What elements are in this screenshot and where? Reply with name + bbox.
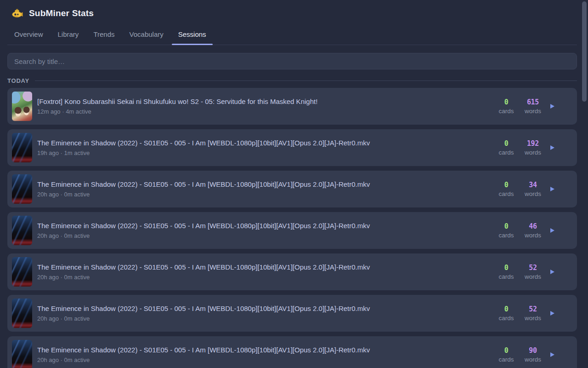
tab-sessions[interactable]: Sessions [172,27,213,45]
app-title: SubMiner Stats [29,8,94,18]
session-meta: 20h ago · 0m active [37,315,490,322]
play-icon [550,145,554,150]
session-card[interactable]: The Eminence in Shadow (2022) - S01E05 -… [7,129,577,166]
words-count: 46 [524,222,542,230]
session-meta: 12m ago · 4m active [37,108,490,115]
words-label: words [524,273,542,280]
session-meta: 20h ago · 0m active [37,232,490,239]
session-stats: 0 cards 46 words [497,222,577,239]
play-button[interactable] [548,102,556,110]
session-meta: 20h ago · 0m active [37,356,490,363]
session-meta: 19h ago · 1m active [37,150,490,156]
section-label: TODAY [7,77,29,84]
cards-label: cards [497,149,515,156]
section-divider [35,80,577,81]
play-icon [550,352,554,357]
page: SubMiner Stats Overview Library Trends V… [0,0,588,368]
tab-bar: Overview Library Trends Vocabulary Sessi… [7,27,577,45]
session-meta: 20h ago · 0m active [37,191,490,198]
session-list: [Foxtrot] Kono Subarashii Sekai ni Shuku… [7,88,577,368]
words-count: 90 [524,346,542,355]
words-label: words [524,356,542,363]
search-bar [7,53,577,69]
cards-label: cards [497,190,515,197]
session-title: [Foxtrot] Kono Subarashii Sekai ni Shuku… [37,98,490,106]
session-stats: 0 cards 615 words [497,98,577,115]
section-heading: TODAY [7,77,577,84]
cards-count: 0 [497,222,515,230]
words-label: words [524,190,542,197]
tab-library[interactable]: Library [51,27,85,45]
play-button[interactable] [548,268,556,276]
words-label: words [524,108,542,115]
session-thumbnail [12,299,32,328]
session-stats: 0 cards 192 words [497,139,577,156]
play-button[interactable] [548,351,556,359]
words-count: 615 [524,98,542,106]
session-meta: 20h ago · 0m active [37,274,490,281]
submarine-icon [12,9,23,18]
session-stats: 0 cards 90 words [497,346,577,363]
search-input[interactable] [7,53,577,69]
app-header: SubMiner Stats [7,0,577,24]
words-count: 192 [524,139,542,148]
session-card[interactable]: The Eminence in Shadow (2022) - S01E05 -… [7,336,577,368]
session-card[interactable]: The Eminence in Shadow (2022) - S01E05 -… [7,295,577,332]
play-icon [550,228,554,233]
cards-count: 0 [497,181,515,189]
play-icon [550,187,554,191]
session-title: The Eminence in Shadow (2022) - S01E05 -… [37,346,490,355]
session-thumbnail [12,174,32,204]
scrollbar[interactable] [582,1,587,102]
words-label: words [524,232,542,239]
session-stats: 0 cards 52 words [497,264,577,280]
play-button[interactable] [548,144,556,152]
session-thumbnail [12,340,32,368]
cards-label: cards [497,273,515,280]
cards-count: 0 [497,305,515,313]
play-button[interactable] [548,226,556,235]
session-stats: 0 cards 34 words [497,181,577,197]
session-title: The Eminence in Shadow (2022) - S01E05 -… [37,180,490,189]
session-card[interactable]: [Foxtrot] Kono Subarashii Sekai ni Shuku… [7,88,577,125]
session-thumbnail [12,92,32,121]
session-title: The Eminence in Shadow (2022) - S01E05 -… [37,263,490,272]
cards-label: cards [497,356,515,363]
words-count: 52 [524,305,542,313]
words-count: 52 [524,264,542,272]
tab-trends[interactable]: Trends [87,27,121,45]
session-card[interactable]: The Eminence in Shadow (2022) - S01E05 -… [7,212,577,249]
cards-count: 0 [497,264,515,272]
session-title: The Eminence in Shadow (2022) - S01E05 -… [37,139,490,148]
play-button[interactable] [548,309,556,317]
words-label: words [524,149,542,156]
session-thumbnail [12,133,32,162]
cards-count: 0 [497,139,515,148]
tab-overview[interactable]: Overview [8,27,50,45]
session-title: The Eminence in Shadow (2022) - S01E05 -… [37,305,490,313]
tab-vocabulary[interactable]: Vocabulary [123,27,170,45]
play-icon [550,311,554,316]
session-title: The Eminence in Shadow (2022) - S01E05 -… [37,222,490,230]
play-button[interactable] [548,185,556,193]
session-thumbnail [12,216,32,245]
cards-label: cards [497,315,515,322]
play-icon [550,270,554,274]
session-card[interactable]: The Eminence in Shadow (2022) - S01E05 -… [7,171,577,207]
session-thumbnail [12,257,32,287]
cards-label: cards [497,108,515,115]
words-count: 34 [524,181,542,189]
words-label: words [524,315,542,322]
session-card[interactable]: The Eminence in Shadow (2022) - S01E05 -… [7,253,577,290]
play-icon [550,104,554,109]
cards-count: 0 [497,346,515,355]
cards-label: cards [497,232,515,239]
cards-count: 0 [497,98,515,106]
session-stats: 0 cards 52 words [497,305,577,322]
